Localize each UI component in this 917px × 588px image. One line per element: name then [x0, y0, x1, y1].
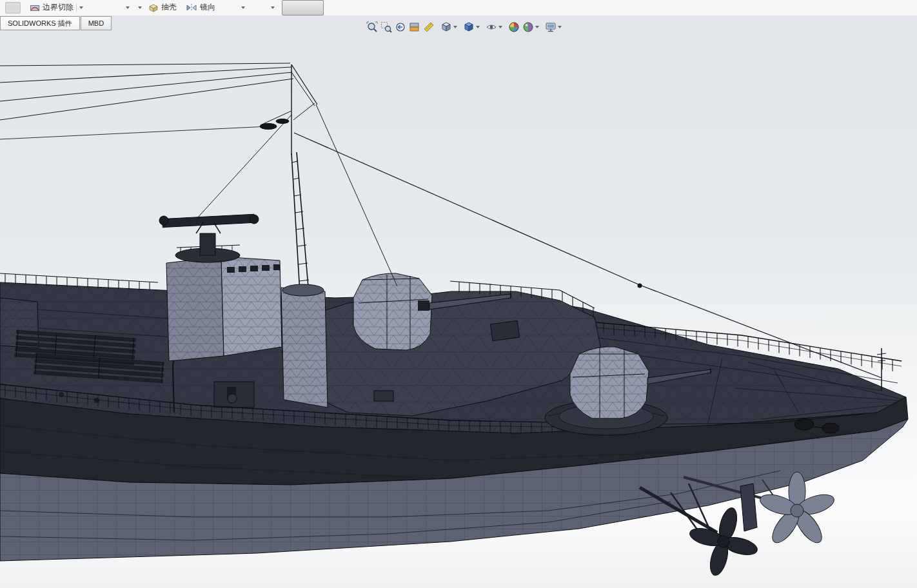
zoom-to-area-icon — [380, 21, 392, 33]
solidworks-window: 边界切除 抽壳 镜向 — [0, 0, 917, 588]
chevron-down-icon[interactable] — [79, 6, 83, 9]
previous-view-icon — [395, 21, 406, 33]
display-style-icon — [463, 21, 475, 33]
shell-label: 抽壳 — [161, 2, 177, 13]
shell-icon — [148, 3, 159, 13]
tab-solidworks-addins[interactable]: SOLIDWORKS 插件 — [0, 16, 80, 30]
ready-ammo-box[interactable] — [490, 320, 519, 341]
chevron-down-icon[interactable] — [453, 26, 457, 28]
section-view-icon — [409, 21, 420, 33]
tab-label: MBD — [88, 19, 104, 27]
apply-scene-button[interactable] — [521, 19, 540, 35]
zoom-to-fit-icon — [366, 21, 378, 33]
display-style-button[interactable] — [462, 19, 481, 35]
funnel[interactable] — [281, 284, 328, 407]
zoom-to-area-button[interactable] — [379, 19, 393, 35]
mirror-button[interactable]: 镜向 — [186, 0, 215, 15]
boundary-cut-label: 边界切除 — [43, 2, 74, 13]
ship-model[interactable] — [0, 15, 917, 588]
mirror-icon — [186, 3, 197, 13]
ribbon-toolbar: 边界切除 抽壳 镜向 — [0, 0, 917, 16]
edit-appearance-icon — [508, 21, 520, 33]
previous-view-button[interactable] — [393, 19, 408, 35]
view-settings-button[interactable] — [544, 19, 563, 35]
searchlight[interactable] — [228, 394, 237, 403]
measure-button[interactable] — [422, 19, 436, 35]
chevron-down-icon[interactable] — [535, 26, 539, 28]
shell-button[interactable]: 抽壳 — [148, 0, 177, 15]
hide-show-items-icon — [486, 21, 497, 33]
view-orientation-button[interactable] — [439, 19, 458, 35]
boundary-cut-icon — [30, 3, 40, 13]
zoom-to-fit-button[interactable] — [365, 19, 379, 35]
view-orientation-icon — [440, 21, 452, 33]
collapsed-toolbar-button[interactable] — [282, 0, 324, 15]
mirror-label: 镜向 — [200, 2, 215, 13]
command-manager-tabs: SOLIDWORKS 插件 MBD — [0, 16, 112, 30]
dropdown-caret[interactable] — [138, 0, 142, 15]
hide-show-items-button[interactable] — [484, 19, 504, 35]
chevron-down-icon[interactable] — [476, 26, 480, 28]
bridge-superstructure[interactable] — [159, 214, 282, 361]
dropdown-caret[interactable] — [271, 0, 275, 15]
chevron-down-icon[interactable] — [498, 26, 502, 28]
partial-toolbar-icon[interactable] — [5, 0, 21, 15]
dropdown-caret[interactable] — [126, 0, 130, 15]
toolbar-icon — [5, 2, 21, 14]
edit-appearance-button[interactable] — [507, 19, 521, 35]
separator — [76, 3, 77, 12]
graphics-area[interactable]: SOLIDWORKS 插件 MBD — [0, 15, 917, 588]
deck-hatch[interactable] — [374, 391, 393, 401]
view-settings-icon — [545, 21, 557, 33]
tab-mbd[interactable]: MBD — [81, 16, 112, 30]
measure-icon — [423, 21, 435, 33]
boundary-cut-button[interactable]: 边界切除 — [30, 0, 83, 15]
section-view-button[interactable] — [408, 19, 422, 35]
dropdown-caret[interactable] — [241, 0, 245, 15]
apply-scene-icon — [522, 21, 534, 33]
chevron-down-icon[interactable] — [558, 26, 562, 28]
gun-director[interactable] — [159, 214, 259, 262]
heads-up-toolbar — [365, 19, 563, 35]
tab-label: SOLIDWORKS 插件 — [8, 19, 72, 28]
